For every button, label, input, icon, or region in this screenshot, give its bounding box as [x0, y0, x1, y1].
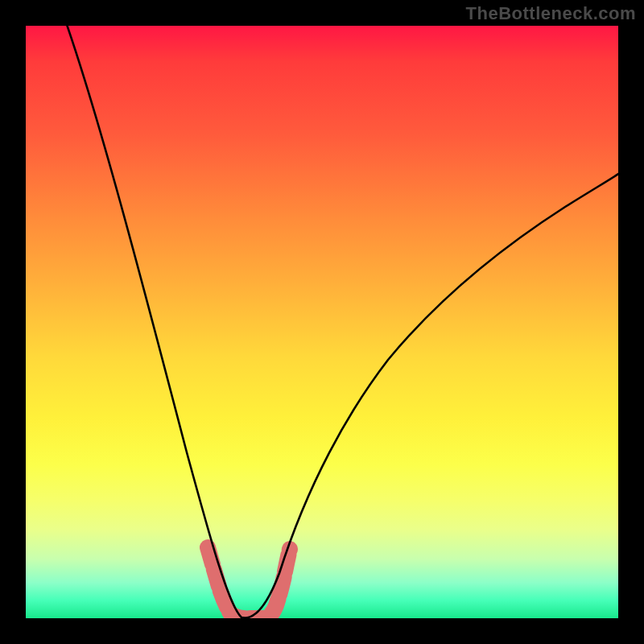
watermark-text: TheBottleneck.com [466, 3, 636, 24]
bottleneck-curve [64, 26, 618, 618]
chart-overlay [26, 26, 618, 618]
chart-frame: TheBottleneck.com [0, 0, 644, 644]
trough-marker [208, 547, 290, 618]
plot-area [26, 26, 618, 618]
